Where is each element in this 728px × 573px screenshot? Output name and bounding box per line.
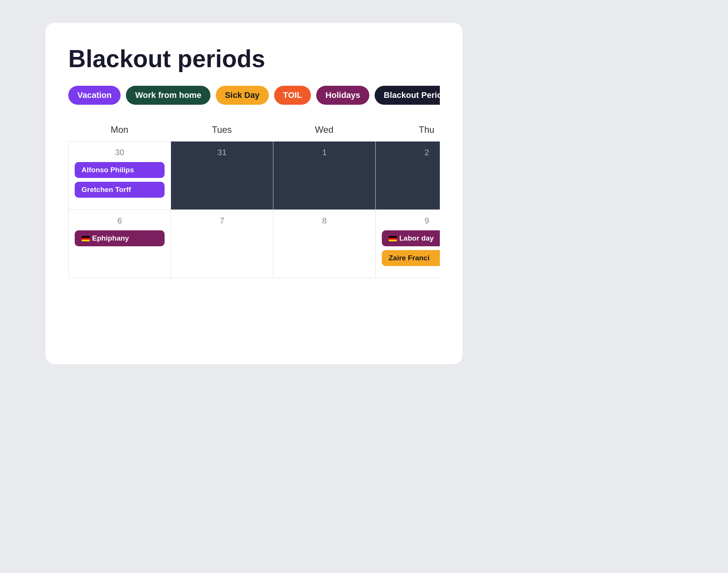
event-zaire[interactable]: Zaire Franci xyxy=(382,250,440,266)
legend-blackout[interactable]: Blackout Period xyxy=(375,86,440,105)
svg-rect-1 xyxy=(82,238,90,240)
legend-wfh[interactable]: Work from home xyxy=(126,86,210,105)
cell-9: 9 Labor day Zaire Franci xyxy=(376,210,440,278)
cell-30: 30 Alfonso Philips Gretchen Torff xyxy=(69,142,171,210)
main-card: Blackout periods Vacation Work from home… xyxy=(46,23,463,364)
header-wed: Wed xyxy=(273,120,375,141)
cell-2: 2 xyxy=(376,142,440,210)
svg-rect-3 xyxy=(389,236,397,238)
legend-holidays[interactable]: Holidays xyxy=(316,86,369,105)
cell-1: 1 xyxy=(273,142,376,210)
date-8: 8 xyxy=(279,216,369,226)
calendar-header: Mon Tues Wed Thu xyxy=(68,120,440,141)
svg-rect-5 xyxy=(389,240,397,242)
legend-sickday[interactable]: Sick Day xyxy=(216,86,269,105)
cell-8: 8 xyxy=(273,210,376,278)
de-flag-icon-2 xyxy=(389,236,397,241)
event-alfonso[interactable]: Alfonso Philips xyxy=(75,162,165,178)
date-31: 31 xyxy=(177,148,267,157)
date-7: 7 xyxy=(177,216,267,226)
date-1: 1 xyxy=(279,148,369,157)
svg-rect-4 xyxy=(389,238,397,240)
calendar-wrapper: Mon Tues Wed Thu 30 Alfonso Philips Gret… xyxy=(68,120,440,278)
event-ephiphany[interactable]: Ephiphany xyxy=(75,230,165,246)
cell-7: 7 xyxy=(171,210,273,278)
page-title: Blackout periods xyxy=(68,46,440,72)
date-6: 6 xyxy=(75,216,165,226)
header-mon: Mon xyxy=(68,120,171,141)
legend-toil[interactable]: TOIL xyxy=(274,86,311,105)
svg-rect-0 xyxy=(82,236,90,238)
header-thu: Thu xyxy=(375,120,440,141)
date-30: 30 xyxy=(75,148,165,157)
svg-rect-2 xyxy=(82,240,90,242)
date-9: 9 xyxy=(382,216,440,226)
calendar-grid: 30 Alfonso Philips Gretchen Torff 31 1 2… xyxy=(68,141,440,278)
date-2: 2 xyxy=(382,148,440,157)
legend-row: Vacation Work from home Sick Day TOIL Ho… xyxy=(68,86,440,105)
cell-6: 6 Ephiphany xyxy=(69,210,171,278)
cell-31: 31 xyxy=(171,142,273,210)
event-laborday[interactable]: Labor day xyxy=(382,230,440,246)
header-tues: Tues xyxy=(171,120,273,141)
de-flag-icon xyxy=(82,236,90,241)
legend-vacation[interactable]: Vacation xyxy=(68,86,121,105)
event-gretchen[interactable]: Gretchen Torff xyxy=(75,182,165,198)
